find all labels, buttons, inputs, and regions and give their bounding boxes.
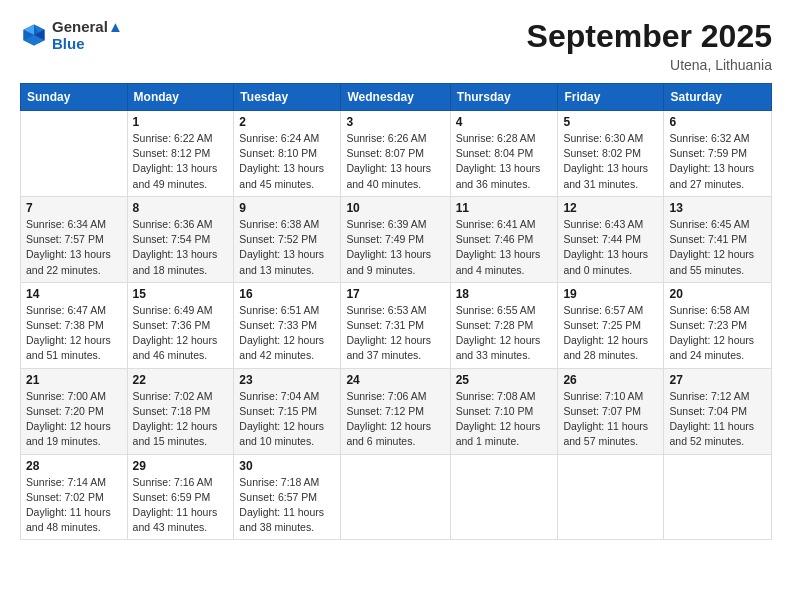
calendar-cell: 16Sunrise: 6:51 AMSunset: 7:33 PMDayligh… [234, 282, 341, 368]
calendar-cell: 6Sunrise: 6:32 AMSunset: 7:59 PMDaylight… [664, 111, 772, 197]
calendar-cell: 15Sunrise: 6:49 AMSunset: 7:36 PMDayligh… [127, 282, 234, 368]
day-number: 30 [239, 459, 335, 473]
weekday-header-sunday: Sunday [21, 84, 128, 111]
day-info: Sunrise: 6:28 AMSunset: 8:04 PMDaylight:… [456, 131, 553, 192]
day-number: 8 [133, 201, 229, 215]
day-info: Sunrise: 7:02 AMSunset: 7:18 PMDaylight:… [133, 389, 229, 450]
calendar-cell: 28Sunrise: 7:14 AMSunset: 7:02 PMDayligh… [21, 454, 128, 540]
day-number: 9 [239, 201, 335, 215]
calendar-cell: 22Sunrise: 7:02 AMSunset: 7:18 PMDayligh… [127, 368, 234, 454]
day-number: 10 [346, 201, 444, 215]
day-number: 1 [133, 115, 229, 129]
weekday-header-monday: Monday [127, 84, 234, 111]
day-number: 12 [563, 201, 658, 215]
day-info: Sunrise: 7:04 AMSunset: 7:15 PMDaylight:… [239, 389, 335, 450]
month-title: September 2025 [527, 18, 772, 55]
calendar-cell: 13Sunrise: 6:45 AMSunset: 7:41 PMDayligh… [664, 196, 772, 282]
calendar-cell: 25Sunrise: 7:08 AMSunset: 7:10 PMDayligh… [450, 368, 558, 454]
calendar-cell: 19Sunrise: 6:57 AMSunset: 7:25 PMDayligh… [558, 282, 664, 368]
calendar-cell: 23Sunrise: 7:04 AMSunset: 7:15 PMDayligh… [234, 368, 341, 454]
calendar-cell [450, 454, 558, 540]
weekday-header-friday: Friday [558, 84, 664, 111]
calendar-cell [341, 454, 450, 540]
day-info: Sunrise: 6:22 AMSunset: 8:12 PMDaylight:… [133, 131, 229, 192]
day-info: Sunrise: 6:58 AMSunset: 7:23 PMDaylight:… [669, 303, 766, 364]
day-number: 15 [133, 287, 229, 301]
calendar-cell: 29Sunrise: 7:16 AMSunset: 6:59 PMDayligh… [127, 454, 234, 540]
logo-text: General▲ Blue [52, 18, 123, 53]
day-number: 28 [26, 459, 122, 473]
day-number: 14 [26, 287, 122, 301]
calendar-cell: 26Sunrise: 7:10 AMSunset: 7:07 PMDayligh… [558, 368, 664, 454]
page: General▲ Blue September 2025 Utena, Lith… [0, 0, 792, 612]
day-info: Sunrise: 6:55 AMSunset: 7:28 PMDaylight:… [456, 303, 553, 364]
day-info: Sunrise: 7:00 AMSunset: 7:20 PMDaylight:… [26, 389, 122, 450]
day-number: 17 [346, 287, 444, 301]
calendar-cell: 30Sunrise: 7:18 AMSunset: 6:57 PMDayligh… [234, 454, 341, 540]
day-info: Sunrise: 6:45 AMSunset: 7:41 PMDaylight:… [669, 217, 766, 278]
calendar-cell: 2Sunrise: 6:24 AMSunset: 8:10 PMDaylight… [234, 111, 341, 197]
day-info: Sunrise: 7:06 AMSunset: 7:12 PMDaylight:… [346, 389, 444, 450]
calendar-cell [664, 454, 772, 540]
calendar-cell: 4Sunrise: 6:28 AMSunset: 8:04 PMDaylight… [450, 111, 558, 197]
day-number: 6 [669, 115, 766, 129]
day-info: Sunrise: 6:53 AMSunset: 7:31 PMDaylight:… [346, 303, 444, 364]
calendar-cell: 12Sunrise: 6:43 AMSunset: 7:44 PMDayligh… [558, 196, 664, 282]
day-number: 16 [239, 287, 335, 301]
day-number: 24 [346, 373, 444, 387]
day-info: Sunrise: 6:41 AMSunset: 7:46 PMDaylight:… [456, 217, 553, 278]
logo: General▲ Blue [20, 18, 123, 53]
day-info: Sunrise: 6:34 AMSunset: 7:57 PMDaylight:… [26, 217, 122, 278]
day-number: 5 [563, 115, 658, 129]
day-number: 3 [346, 115, 444, 129]
calendar-cell: 9Sunrise: 6:38 AMSunset: 7:52 PMDaylight… [234, 196, 341, 282]
day-number: 21 [26, 373, 122, 387]
day-info: Sunrise: 6:24 AMSunset: 8:10 PMDaylight:… [239, 131, 335, 192]
day-info: Sunrise: 6:47 AMSunset: 7:38 PMDaylight:… [26, 303, 122, 364]
calendar-cell [558, 454, 664, 540]
calendar-cell: 8Sunrise: 6:36 AMSunset: 7:54 PMDaylight… [127, 196, 234, 282]
day-info: Sunrise: 7:14 AMSunset: 7:02 PMDaylight:… [26, 475, 122, 536]
calendar-cell: 18Sunrise: 6:55 AMSunset: 7:28 PMDayligh… [450, 282, 558, 368]
day-number: 25 [456, 373, 553, 387]
calendar-cell: 27Sunrise: 7:12 AMSunset: 7:04 PMDayligh… [664, 368, 772, 454]
day-number: 18 [456, 287, 553, 301]
calendar-cell: 14Sunrise: 6:47 AMSunset: 7:38 PMDayligh… [21, 282, 128, 368]
weekday-header-wednesday: Wednesday [341, 84, 450, 111]
day-info: Sunrise: 6:49 AMSunset: 7:36 PMDaylight:… [133, 303, 229, 364]
day-number: 11 [456, 201, 553, 215]
day-info: Sunrise: 6:51 AMSunset: 7:33 PMDaylight:… [239, 303, 335, 364]
weekday-header-row: SundayMondayTuesdayWednesdayThursdayFrid… [21, 84, 772, 111]
day-number: 13 [669, 201, 766, 215]
weekday-header-thursday: Thursday [450, 84, 558, 111]
header: General▲ Blue September 2025 Utena, Lith… [20, 18, 772, 73]
day-info: Sunrise: 7:18 AMSunset: 6:57 PMDaylight:… [239, 475, 335, 536]
day-number: 29 [133, 459, 229, 473]
day-info: Sunrise: 6:38 AMSunset: 7:52 PMDaylight:… [239, 217, 335, 278]
calendar-cell: 21Sunrise: 7:00 AMSunset: 7:20 PMDayligh… [21, 368, 128, 454]
day-info: Sunrise: 7:12 AMSunset: 7:04 PMDaylight:… [669, 389, 766, 450]
day-info: Sunrise: 6:32 AMSunset: 7:59 PMDaylight:… [669, 131, 766, 192]
day-info: Sunrise: 7:08 AMSunset: 7:10 PMDaylight:… [456, 389, 553, 450]
title-area: September 2025 Utena, Lithuania [527, 18, 772, 73]
calendar-cell: 10Sunrise: 6:39 AMSunset: 7:49 PMDayligh… [341, 196, 450, 282]
calendar-cell: 5Sunrise: 6:30 AMSunset: 8:02 PMDaylight… [558, 111, 664, 197]
day-info: Sunrise: 6:39 AMSunset: 7:49 PMDaylight:… [346, 217, 444, 278]
day-info: Sunrise: 7:10 AMSunset: 7:07 PMDaylight:… [563, 389, 658, 450]
day-info: Sunrise: 6:26 AMSunset: 8:07 PMDaylight:… [346, 131, 444, 192]
calendar-cell: 3Sunrise: 6:26 AMSunset: 8:07 PMDaylight… [341, 111, 450, 197]
day-number: 4 [456, 115, 553, 129]
day-info: Sunrise: 7:16 AMSunset: 6:59 PMDaylight:… [133, 475, 229, 536]
day-info: Sunrise: 6:57 AMSunset: 7:25 PMDaylight:… [563, 303, 658, 364]
day-number: 2 [239, 115, 335, 129]
day-info: Sunrise: 6:36 AMSunset: 7:54 PMDaylight:… [133, 217, 229, 278]
day-number: 20 [669, 287, 766, 301]
day-number: 22 [133, 373, 229, 387]
calendar-cell: 17Sunrise: 6:53 AMSunset: 7:31 PMDayligh… [341, 282, 450, 368]
day-number: 7 [26, 201, 122, 215]
day-info: Sunrise: 6:43 AMSunset: 7:44 PMDaylight:… [563, 217, 658, 278]
calendar-cell: 20Sunrise: 6:58 AMSunset: 7:23 PMDayligh… [664, 282, 772, 368]
day-number: 23 [239, 373, 335, 387]
calendar-cell [21, 111, 128, 197]
weekday-header-tuesday: Tuesday [234, 84, 341, 111]
